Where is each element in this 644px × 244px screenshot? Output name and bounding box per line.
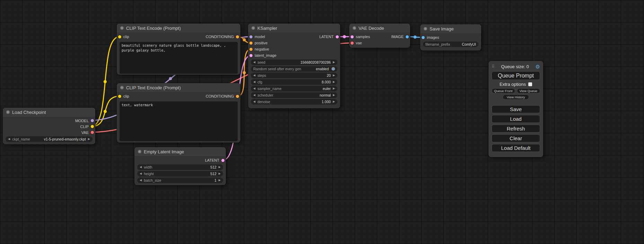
node-title: VAE Decode (359, 26, 384, 31)
increment-arrow-icon[interactable]: ▶ (333, 61, 335, 64)
output-slot-image[interactable] (406, 35, 409, 38)
increment-arrow-icon[interactable]: ▶ (333, 81, 335, 83)
widget-scheduler[interactable]: ◀ scheduler normal ▶ (251, 92, 337, 98)
widget-label: seed (257, 60, 265, 64)
node-title-bar[interactable]: KSampler (248, 24, 340, 33)
output-slot-model[interactable] (91, 119, 94, 122)
view-history-button[interactable]: View History (503, 94, 529, 100)
increment-arrow-icon[interactable]: ▶ (219, 172, 221, 175)
decrement-arrow-icon[interactable]: ◀ (253, 100, 255, 103)
prompt-textarea[interactable]: text, watermark (120, 101, 238, 141)
collapse-dot[interactable] (120, 86, 124, 89)
decrement-arrow-icon[interactable]: ◀ (8, 138, 10, 141)
increment-arrow-icon[interactable]: ▶ (88, 138, 90, 141)
node-vae-decode[interactable]: VAE Decode samples vae IMAGE (349, 24, 410, 48)
widget-filename-prefix[interactable]: filename_prefix ComfyUI (423, 42, 478, 47)
input-label-latent-image: latent_image (255, 53, 276, 57)
input-slot-latent-image[interactable] (249, 54, 253, 57)
queue-front-button[interactable]: Queue Front (492, 88, 515, 93)
widget-ckpt-name[interactable]: ◀ ckpt_name v1-5-pruned-emaonly.ckpt ▶ (6, 136, 92, 142)
widget-random-seed-toggle[interactable]: Random seed after every gen enabled (251, 66, 337, 72)
collapse-dot[interactable] (424, 27, 427, 30)
input-slot-negative[interactable] (249, 48, 253, 51)
drag-handle-icon[interactable]: ⠿ (492, 64, 495, 69)
node-title-bar[interactable]: CLIP Text Encode (Prompt) (117, 24, 240, 33)
output-slot-clip[interactable] (91, 125, 94, 128)
clear-button[interactable]: Clear (492, 134, 540, 142)
output-slot-vae[interactable] (91, 131, 94, 134)
prompt-textarea[interactable]: beautiful scenery nature glass bottle la… (120, 42, 238, 74)
decrement-arrow-icon[interactable]: ◀ (140, 166, 142, 169)
node-title: Save Image (430, 26, 453, 31)
link-midpoint-dot (243, 38, 246, 42)
save-button[interactable]: Save (492, 105, 540, 113)
collapse-dot[interactable] (138, 150, 141, 153)
decrement-arrow-icon[interactable]: ◀ (253, 87, 255, 90)
widget-value: 512 (210, 165, 217, 169)
decrement-arrow-icon[interactable]: ◀ (253, 81, 255, 83)
load-default-button[interactable]: Load Default (492, 144, 540, 152)
input-slot-vae[interactable] (351, 42, 354, 45)
node-graph-canvas[interactable]: Load Checkpoint MODEL CLIP VAE ◀ ckpt_na… (0, 0, 644, 244)
widget-steps[interactable]: ◀ steps 20 ▶ (251, 73, 337, 78)
widget-seed[interactable]: ◀ seed 156680208700286 ▶ (251, 60, 337, 65)
output-slot-latent[interactable] (336, 35, 339, 38)
widget-height[interactable]: ◀ height 512 ▶ (137, 171, 223, 177)
node-clip-text-encode-negative[interactable]: CLIP Text Encode (Prompt) clip CONDITION… (117, 83, 240, 143)
output-slot-latent[interactable] (221, 159, 224, 162)
node-title-bar[interactable]: Save Image (420, 24, 481, 33)
node-save-image[interactable]: Save Image images filename_prefix ComfyU… (420, 24, 481, 51)
increment-arrow-icon[interactable]: ▶ (219, 179, 221, 182)
widget-label: sampler_name (257, 87, 281, 91)
input-slot-positive[interactable] (249, 42, 253, 45)
node-empty-latent-image[interactable]: Empty Latent Image LATENT ◀ width 512 ▶ … (134, 147, 226, 185)
decrement-arrow-icon[interactable]: ◀ (140, 179, 142, 182)
increment-arrow-icon[interactable]: ▶ (333, 100, 335, 103)
node-load-checkpoint[interactable]: Load Checkpoint MODEL CLIP VAE ◀ ckpt_na… (3, 108, 95, 144)
input-slot-clip[interactable] (118, 35, 121, 38)
input-label-vae: vae (356, 41, 362, 45)
widget-value: euler (323, 87, 330, 91)
collapse-dot[interactable] (120, 26, 124, 30)
node-clip-text-encode-positive[interactable]: CLIP Text Encode (Prompt) clip CONDITION… (117, 24, 240, 75)
load-button[interactable]: Load (492, 115, 540, 123)
widget-cfg[interactable]: ◀ cfg 8.000 ▶ (251, 79, 337, 85)
collapse-dot[interactable] (6, 110, 10, 114)
decrement-arrow-icon[interactable]: ◀ (140, 172, 142, 175)
input-slot-samples[interactable] (351, 35, 354, 38)
extra-options-checkbox[interactable] (528, 82, 532, 86)
node-title-bar[interactable]: Empty Latent Image (134, 147, 226, 156)
increment-arrow-icon[interactable]: ▶ (219, 166, 221, 169)
settings-gear-icon[interactable]: ⚙ (536, 64, 540, 69)
input-slot-model[interactable] (249, 35, 253, 38)
node-ksampler[interactable]: KSampler model positive negative latent_… (248, 24, 340, 108)
widget-value: enabled (316, 67, 329, 71)
toggle-knob[interactable] (332, 67, 335, 71)
decrement-arrow-icon[interactable]: ◀ (253, 74, 255, 77)
input-slot-clip[interactable] (118, 95, 121, 98)
queue-prompt-button[interactable]: Queue Prompt (492, 71, 540, 80)
link-midpoint-dot (169, 77, 172, 80)
refresh-button[interactable]: Refresh (492, 125, 540, 133)
widget-value: v1-5-pruned-emaonly.ckpt (44, 137, 86, 141)
decrement-arrow-icon[interactable]: ◀ (253, 61, 255, 64)
widget-denoise[interactable]: ◀ denoise 1.000 ▶ (251, 99, 337, 105)
view-queue-button[interactable]: View Queue (517, 88, 540, 93)
increment-arrow-icon[interactable]: ▶ (333, 87, 335, 90)
node-title-bar[interactable]: Load Checkpoint (3, 108, 95, 117)
node-title-bar[interactable]: VAE Decode (349, 24, 410, 33)
node-title-bar[interactable]: CLIP Text Encode (Prompt) (117, 83, 240, 92)
output-slot-conditioning[interactable] (236, 35, 239, 38)
widget-width[interactable]: ◀ width 512 ▶ (137, 164, 223, 170)
widget-sampler-name[interactable]: ◀ sampler_name euler ▶ (251, 86, 337, 91)
widget-batch-size[interactable]: ◀ batch_size 1 ▶ (137, 178, 223, 183)
input-slot-images[interactable] (422, 36, 425, 39)
collapse-dot[interactable] (353, 26, 356, 30)
increment-arrow-icon[interactable]: ▶ (333, 94, 335, 97)
widget-label: Random seed after every gen (253, 67, 301, 71)
increment-arrow-icon[interactable]: ▶ (333, 74, 335, 77)
decrement-arrow-icon[interactable]: ◀ (253, 94, 255, 97)
collapse-dot[interactable] (252, 26, 255, 30)
output-slot-conditioning[interactable] (236, 95, 239, 98)
widget-label: cfg (257, 80, 262, 84)
